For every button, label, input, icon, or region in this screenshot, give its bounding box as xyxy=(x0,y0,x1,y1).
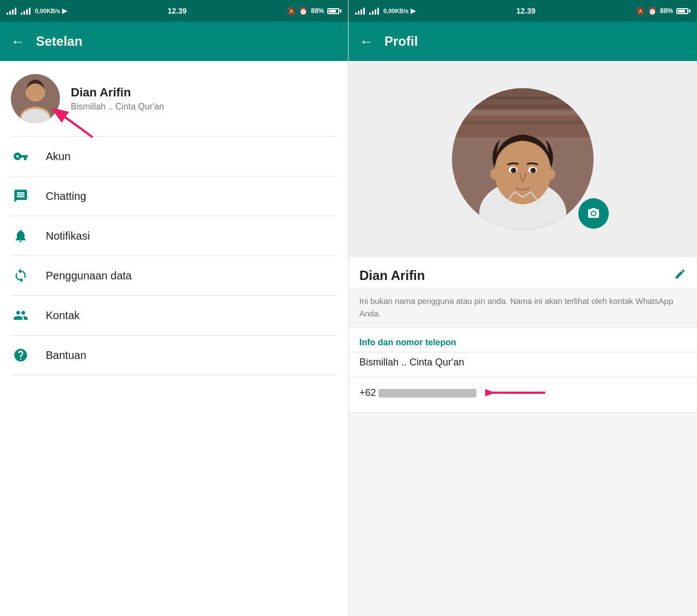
menu-label-kontak: Kontak xyxy=(46,309,80,322)
name-hint-text: Ini bukan nama pengguna atau pin anda. N… xyxy=(348,288,697,327)
contacts-icon xyxy=(11,308,30,323)
right-panel: 0,00KB/s ▶ 12.39 🔕 ⏰ 88% ← Profil xyxy=(348,0,697,616)
divider-right-4 xyxy=(348,412,697,413)
header-left: ← Setelan xyxy=(0,22,348,61)
status-bar-left-side: 0,00KB/s ▶ xyxy=(7,7,67,15)
arrow-annotation-right xyxy=(485,382,551,404)
svg-rect-10 xyxy=(452,115,594,137)
bell-icon xyxy=(11,228,30,243)
left-panel-content: Dian Arifin Bismillah .. Cinta Qur'an Ak… xyxy=(0,61,348,616)
header-title-right: Profil xyxy=(384,34,418,49)
chat-icon xyxy=(11,188,30,204)
status-bar-right-left-side: 0,00KB/s ▶ xyxy=(355,7,415,15)
phone-prefix: +62 xyxy=(359,387,376,398)
profile-name-row: Dian Arifin xyxy=(348,257,697,288)
menu-label-bantuan: Bantuan xyxy=(46,349,87,362)
menu-label-chatting: Chatting xyxy=(46,190,87,203)
menu-item-bantuan[interactable]: Bantuan xyxy=(0,336,348,375)
avatar-image-left xyxy=(11,74,60,123)
status-bar-left: 0,00KB/s ▶ 12.39 🔕 ⏰ 88% xyxy=(0,0,348,22)
menu-item-kontak[interactable]: Kontak xyxy=(0,296,348,335)
camera-button[interactable] xyxy=(578,198,609,229)
menu-label-penggunaan-data: Penggunaan data xyxy=(46,270,132,282)
signal-bars-2-icon xyxy=(21,7,30,15)
status-value: Bismillah .. Cinta Qur'an xyxy=(348,352,697,377)
menu-label-akun: Akun xyxy=(46,150,71,163)
profile-name-right: Dian Arifin xyxy=(359,268,425,283)
clock-icon: ⏰ xyxy=(299,7,308,15)
screen-record-right-icon: ▶ xyxy=(411,7,415,15)
avatar-left xyxy=(11,74,60,123)
avatar-wrapper-left xyxy=(11,74,60,123)
left-panel: 0,00KB/s ▶ 12.39 🔕 ⏰ 88% ← Setelan xyxy=(0,0,348,616)
profile-name-left: Dian Arifin xyxy=(71,86,337,100)
menu-item-akun[interactable]: Akun xyxy=(0,137,348,176)
status-bar-right-side-left: 🔕 ⏰ 88% xyxy=(287,7,341,15)
menu-item-chatting[interactable]: Chatting xyxy=(0,176,348,216)
help-icon xyxy=(11,347,30,363)
data-speed-right: 0,00KB/s xyxy=(383,8,408,14)
data-usage-icon xyxy=(11,268,30,283)
status-bar-right-right-side: 🔕 ⏰ 88% xyxy=(636,7,690,15)
battery-pct-left: 88% xyxy=(311,7,324,15)
svg-point-20 xyxy=(533,168,535,170)
svg-point-19 xyxy=(513,168,515,170)
clock-right-icon: ⏰ xyxy=(648,7,657,15)
key-icon xyxy=(11,149,30,164)
profile-photo-section xyxy=(348,61,697,257)
signal-bars-right-2-icon xyxy=(369,7,379,15)
time-left: 12.39 xyxy=(168,7,187,15)
profile-section-left[interactable]: Dian Arifin Bismillah .. Cinta Qur'an xyxy=(0,61,348,136)
status-bar-right: 0,00KB/s ▶ 12.39 🔕 ⏰ 88% xyxy=(348,0,697,22)
header-title-left: Setelan xyxy=(36,34,82,49)
back-button-left[interactable]: ← xyxy=(11,33,25,50)
menu-item-penggunaan-data[interactable]: Penggunaan data xyxy=(0,256,348,295)
phone-blurred xyxy=(378,389,476,398)
battery-icon-left xyxy=(327,8,341,14)
svg-point-14 xyxy=(494,141,551,204)
profile-status-left: Bismillah .. Cinta Qur'an xyxy=(71,102,337,112)
profile-photo-image xyxy=(452,88,594,230)
alarm-right-icon: 🔕 xyxy=(636,7,645,15)
svg-point-21 xyxy=(490,169,499,180)
signal-bars-icon xyxy=(7,7,16,15)
back-button-right[interactable]: ← xyxy=(359,33,374,50)
svg-point-22 xyxy=(547,169,555,180)
phone-row: +62 xyxy=(348,377,697,412)
time-right: 12.39 xyxy=(516,7,535,15)
svg-rect-8 xyxy=(452,96,594,99)
data-speed-left: 0,00KB/s xyxy=(35,8,60,14)
profile-photo-circle xyxy=(452,88,594,230)
phone-number: +62 xyxy=(359,387,476,399)
screen-record-icon: ▶ xyxy=(62,7,67,15)
svg-rect-9 xyxy=(452,105,594,107)
battery-icon-right xyxy=(676,8,690,14)
profile-info-left: Dian Arifin Bismillah .. Cinta Qur'an xyxy=(71,86,337,112)
alarm-icon: 🔕 xyxy=(287,7,296,15)
right-panel-content: Dian Arifin Ini bukan nama pengguna atau… xyxy=(348,257,697,616)
battery-pct-right: 88% xyxy=(660,7,673,15)
divider-6 xyxy=(11,375,337,375)
menu-label-notifikasi: Notifikasi xyxy=(46,230,90,242)
profile-details-section: Dian Arifin Ini bukan nama pengguna atau… xyxy=(348,257,697,413)
info-section-label[interactable]: Info dan nomor telepon xyxy=(348,328,697,352)
header-right: ← Profil xyxy=(348,22,697,61)
edit-name-button[interactable] xyxy=(674,268,686,283)
svg-rect-11 xyxy=(452,121,594,124)
menu-item-notifikasi[interactable]: Notifikasi xyxy=(0,216,348,255)
signal-bars-right-icon xyxy=(355,7,365,15)
